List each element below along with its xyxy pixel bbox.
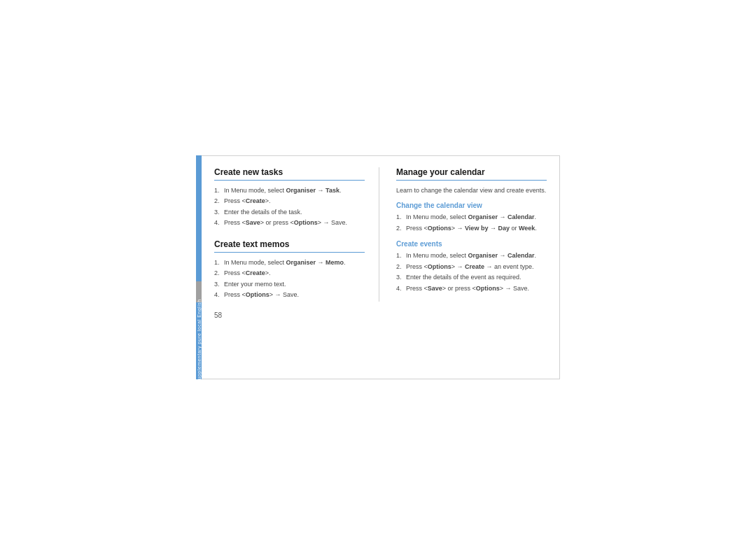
- step-num: 4.: [214, 218, 220, 228]
- keyword: Organiser: [286, 259, 316, 266]
- memo-step-1: 1. In Menu mode, select Organiser → Memo…: [214, 258, 365, 268]
- keyword: Create: [246, 269, 265, 276]
- left-column: Create new tasks 1. In Menu mode, select…: [214, 167, 379, 302]
- sidebar-rotated-label: supplementary pure local English: [197, 299, 202, 383]
- keyword: Save: [428, 285, 442, 292]
- manage-calendar-title: Manage your calendar: [396, 167, 547, 181]
- create-memos-title: Create text memos: [214, 239, 365, 253]
- keyword: Calendar: [507, 213, 535, 220]
- event-step-3: 3. Enter the details of the event as req…: [396, 273, 547, 283]
- left-sidebar: supplementary pure local English: [196, 155, 202, 379]
- keyword: Options: [476, 285, 500, 292]
- create-tasks-title: Create new tasks: [214, 167, 365, 181]
- keyword: Task: [326, 187, 340, 194]
- keyword: Save: [246, 219, 260, 226]
- keyword: Options: [428, 263, 451, 270]
- create-tasks-steps: 1. In Menu mode, select Organiser → Task…: [214, 186, 365, 228]
- keyword: Options: [294, 219, 318, 226]
- sidebar-label-area: supplementary pure local English: [196, 302, 202, 379]
- event-step-1: 1. In Menu mode, select Organiser → Cale…: [396, 251, 547, 261]
- memo-step-3: 3. Enter your memo text.: [214, 280, 365, 290]
- keyword: View by: [465, 225, 488, 232]
- change-view-subtitle: Change the calendar view: [396, 202, 547, 209]
- keyword: Organiser: [468, 252, 498, 259]
- content-area: Create new tasks 1. In Menu mode, select…: [202, 155, 560, 379]
- keyword: Organiser: [286, 187, 316, 194]
- view-step-1: 1. In Menu mode, select Organiser → Cale…: [396, 213, 547, 223]
- step-num: 3.: [214, 208, 220, 218]
- keyword: Organiser: [468, 213, 498, 220]
- change-view-steps: 1. In Menu mode, select Organiser → Cale…: [396, 213, 547, 233]
- step-num: 1.: [214, 186, 220, 196]
- two-column-layout: Create new tasks 1. In Menu mode, select…: [214, 167, 547, 302]
- task-step-1: 1. In Menu mode, select Organiser → Task…: [214, 186, 365, 196]
- step-num: 2.: [396, 262, 402, 272]
- step-num: 1.: [214, 258, 220, 268]
- right-column: Manage your calendar Learn to change the…: [396, 167, 547, 302]
- keyword: Calendar: [507, 252, 535, 259]
- step-num: 3.: [214, 280, 220, 290]
- event-step-4: 4. Press <Save> or press <Options> → Sav…: [396, 284, 547, 294]
- page-number: 58: [214, 311, 547, 319]
- sidebar-blue-top: [196, 155, 202, 281]
- step-num: 4.: [396, 284, 402, 294]
- step-num: 2.: [396, 224, 402, 234]
- task-step-2: 2. Press <Create>.: [214, 197, 365, 206]
- keyword: Options: [428, 225, 451, 232]
- step-num: 4.: [214, 290, 220, 300]
- step-num: 1.: [396, 251, 402, 261]
- step-num: 1.: [396, 213, 402, 223]
- page-container: supplementary pure local English Create …: [196, 155, 560, 379]
- create-memos-steps: 1. In Menu mode, select Organiser → Memo…: [214, 258, 365, 300]
- memo-step-2: 2. Press <Create>.: [214, 269, 365, 279]
- keyword: Options: [246, 291, 270, 298]
- calendar-intro: Learn to change the calendar view and cr…: [396, 186, 547, 195]
- keyword: Create: [465, 263, 484, 270]
- create-events-steps: 1. In Menu mode, select Organiser → Cale…: [396, 251, 547, 293]
- keyword: Create: [246, 197, 265, 204]
- keyword: Week: [519, 225, 535, 232]
- keyword: Memo: [326, 259, 344, 266]
- create-events-subtitle: Create events: [396, 240, 547, 248]
- task-step-4: 4. Press <Save> or press <Options> → Sav…: [214, 218, 365, 228]
- event-step-2: 2. Press <Options> → Create → an event t…: [396, 262, 547, 272]
- step-num: 2.: [214, 269, 220, 279]
- step-num: 2.: [214, 197, 220, 206]
- step-num: 3.: [396, 273, 402, 283]
- memo-step-4: 4. Press <Options> → Save.: [214, 290, 365, 300]
- view-step-2: 2. Press <Options> → View by → Day or We…: [396, 224, 547, 234]
- keyword: Day: [498, 225, 510, 232]
- task-step-3: 3. Enter the details of the task.: [214, 208, 365, 218]
